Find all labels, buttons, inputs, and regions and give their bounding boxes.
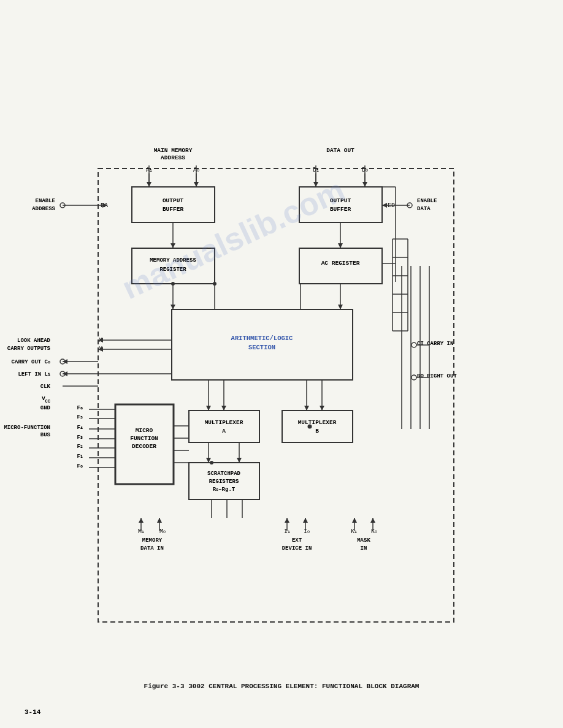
svg-marker-119 xyxy=(63,359,67,364)
page-number: 3-14 xyxy=(25,708,40,716)
svg-text:F₅: F₅ xyxy=(77,414,83,420)
svg-text:MEMORY: MEMORY xyxy=(142,537,163,544)
svg-text:MASK: MASK xyxy=(357,537,370,544)
svg-text:LEFT IN L₁: LEFT IN L₁ xyxy=(18,371,50,377)
svg-marker-115 xyxy=(98,338,103,343)
svg-marker-89 xyxy=(170,243,175,248)
svg-point-172 xyxy=(213,282,216,286)
svg-text:I₁: I₁ xyxy=(284,528,290,535)
watermark-text: manualslib.com xyxy=(116,172,350,306)
svg-text:LOOK AHEAD: LOOK AHEAD xyxy=(17,338,51,344)
svg-marker-139 xyxy=(221,406,226,411)
svg-text:BUS: BUS xyxy=(40,432,51,438)
svg-text:F₀: F₀ xyxy=(77,463,83,469)
svg-marker-117 xyxy=(98,347,103,352)
svg-text:MAIN MEMORY: MAIN MEMORY xyxy=(154,147,193,154)
svg-rect-18 xyxy=(282,411,353,442)
svg-text:A₀: A₀ xyxy=(193,167,199,173)
svg-marker-147 xyxy=(237,458,242,463)
svg-text:SECTION: SECTION xyxy=(248,344,275,351)
svg-marker-145 xyxy=(206,458,211,463)
svg-text:K₀: K₀ xyxy=(371,528,377,535)
svg-point-171 xyxy=(171,282,175,286)
svg-text:CARRY OUT C₀: CARRY OUT C₀ xyxy=(12,359,50,365)
svg-text:REGISTERS: REGISTERS xyxy=(209,479,239,485)
svg-text:M₀: M₀ xyxy=(159,528,166,535)
svg-text:OUTPUT: OUTPUT xyxy=(330,197,351,204)
svg-point-106 xyxy=(412,343,416,347)
figure-caption: Figure 3-3 3002 CENTRAL PROCESSING ELEME… xyxy=(144,683,419,690)
svg-rect-7 xyxy=(132,248,215,284)
svg-text:MULTIPLEXER: MULTIPLEXER xyxy=(205,419,243,426)
svg-text:DECODER: DECODER xyxy=(132,443,156,450)
svg-marker-95 xyxy=(338,305,343,309)
svg-text:GND: GND xyxy=(40,405,51,411)
svg-marker-137 xyxy=(206,406,211,411)
svg-text:RO  RIGHT OUT: RO RIGHT OUT xyxy=(417,373,457,379)
svg-marker-143 xyxy=(320,406,324,411)
svg-marker-154 xyxy=(285,518,289,523)
svg-text:IN: IN xyxy=(361,545,367,552)
svg-marker-158 xyxy=(352,518,357,523)
svg-text:ADDRESS: ADDRESS xyxy=(32,206,55,212)
svg-text:X: X xyxy=(99,337,102,344)
svg-text:VCC: VCC xyxy=(42,396,50,404)
svg-text:DEVICE IN: DEVICE IN xyxy=(282,545,312,552)
svg-text:B: B xyxy=(315,428,319,434)
svg-text:CLK: CLK xyxy=(40,384,51,390)
svg-text:ED: ED xyxy=(388,202,395,209)
svg-point-108 xyxy=(412,375,416,380)
svg-text:M₁: M₁ xyxy=(138,528,144,535)
svg-marker-86 xyxy=(382,203,387,208)
svg-point-173 xyxy=(210,461,213,464)
svg-marker-91 xyxy=(338,243,343,248)
svg-text:REGISTER: REGISTER xyxy=(159,267,186,273)
svg-text:ENABLE: ENABLE xyxy=(417,198,437,204)
svg-rect-25 xyxy=(115,404,174,484)
svg-point-87 xyxy=(407,203,412,208)
svg-marker-79 xyxy=(313,182,318,187)
svg-marker-156 xyxy=(303,518,308,523)
svg-marker-152 xyxy=(157,518,162,523)
svg-text:CI  CARRY IN: CI CARRY IN xyxy=(417,341,453,347)
svg-rect-12 xyxy=(172,309,353,380)
svg-text:D₁: D₁ xyxy=(313,167,319,173)
svg-text:FUNCTION: FUNCTION xyxy=(130,435,158,442)
svg-point-148 xyxy=(308,425,312,429)
svg-text:MEMORY ADDRESS: MEMORY ADDRESS xyxy=(150,257,196,264)
svg-point-120 xyxy=(60,359,65,364)
svg-rect-10 xyxy=(299,248,382,284)
svg-text:MICRO: MICRO xyxy=(136,427,153,434)
svg-point-123 xyxy=(60,371,65,376)
svg-marker-150 xyxy=(139,518,144,523)
svg-marker-141 xyxy=(304,406,309,411)
svg-marker-83 xyxy=(102,203,107,208)
svg-rect-4 xyxy=(299,187,382,222)
svg-text:OUTPUT: OUTPUT xyxy=(163,197,184,204)
svg-text:F₁: F₁ xyxy=(77,453,83,460)
svg-rect-1 xyxy=(132,187,215,222)
svg-text:D₀: D₀ xyxy=(362,167,368,173)
svg-text:ADDRESS: ADDRESS xyxy=(161,154,185,161)
svg-text:BUFFER: BUFFER xyxy=(330,206,351,213)
svg-text:ENABLE: ENABLE xyxy=(36,198,56,204)
svg-text:F₄: F₄ xyxy=(77,425,83,431)
svg-marker-160 xyxy=(370,518,375,523)
svg-marker-93 xyxy=(170,305,175,309)
page: manualslib.com OUTPUT BUFFER OUTPUT BUFF… xyxy=(0,0,563,728)
svg-text:F₂: F₂ xyxy=(77,444,83,450)
svg-text:EXT: EXT xyxy=(292,537,302,544)
svg-text:ARITHMETIC/LOGIC: ARITHMETIC/LOGIC xyxy=(231,335,294,342)
svg-text:A₁: A₁ xyxy=(146,167,152,173)
svg-text:DATA: DATA xyxy=(417,206,431,212)
svg-text:F₃: F₃ xyxy=(77,434,83,441)
svg-text:A: A xyxy=(222,428,226,434)
svg-text:R₀–Rg.T: R₀–Rg.T xyxy=(213,487,236,493)
svg-text:Y: Y xyxy=(99,346,102,352)
diagram-svg: OUTPUT BUFFER OUTPUT BUFFER MEMORY ADDRE… xyxy=(0,0,563,728)
svg-text:DATA OUT: DATA OUT xyxy=(326,147,354,154)
svg-text:AC REGISTER: AC REGISTER xyxy=(321,260,360,267)
svg-text:K₁: K₁ xyxy=(351,528,357,535)
svg-marker-77 xyxy=(194,182,199,187)
svg-marker-75 xyxy=(147,182,151,187)
